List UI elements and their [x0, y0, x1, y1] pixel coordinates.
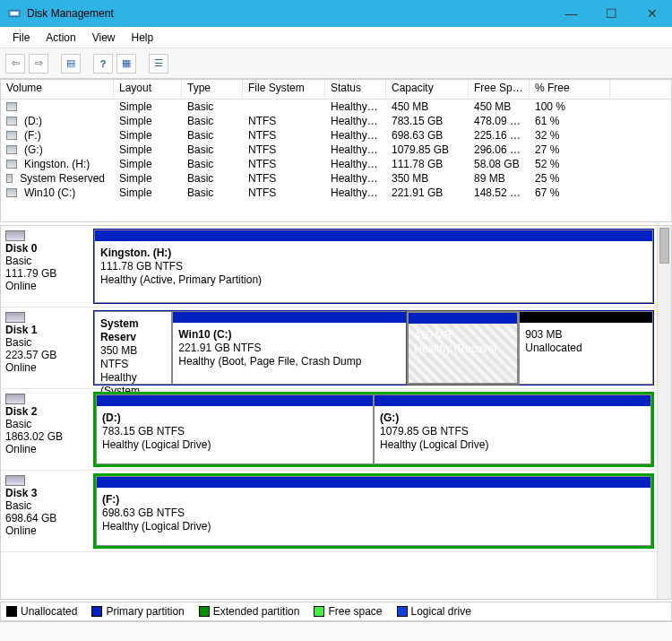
forward-button[interactable]	[29, 54, 48, 74]
legend-swatch-primary	[91, 606, 102, 617]
back-button[interactable]	[5, 54, 25, 74]
window-titlebar: Disk Management — ☐ ✕	[0, 0, 672, 27]
toolbar-list-icon[interactable]	[149, 54, 168, 74]
partition[interactable]: Win10 (C:)221.91 GB NTFSHealthy (Boot, P…	[172, 311, 407, 385]
partition[interactable]: Kingston. (H:)111.78 GB NTFSHealthy (Act…	[94, 230, 653, 303]
partition[interactable]: 450 MBHealthy (Recover	[407, 311, 519, 385]
volume-list[interactable]: Volume Layout Type File System Status Ca…	[0, 79, 672, 222]
close-button[interactable]: ✕	[632, 0, 672, 27]
partition[interactable]: System Reserv350 MB NTFSHealthy (System	[94, 311, 172, 385]
disk-graphic-pane[interactable]: Disk 0Basic111.79 GBOnlineKingston. (H:)…	[0, 225, 672, 600]
partition-cap	[409, 313, 517, 324]
volume-row[interactable]: Kingston. (H:)SimpleBasicNTFSHealthy (A.…	[1, 157, 671, 171]
disk-icon	[5, 312, 25, 323]
volume-row[interactable]: (F:)SimpleBasicNTFSHealthy (L...698.63 G…	[1, 128, 671, 143]
drive-icon	[6, 160, 17, 169]
col-pctfree[interactable]: % Free	[530, 80, 610, 99]
legend-swatch-extended	[199, 606, 210, 617]
disk-row: Disk 3Basic698.64 GBOnline(F:)698.63 GB …	[1, 471, 657, 552]
help-icon[interactable]	[93, 54, 113, 74]
partition-cap	[520, 312, 652, 323]
partition[interactable]: (F:)698.63 GB NTFSHealthy (Logical Drive…	[96, 476, 651, 546]
volume-row[interactable]: (G:)SimpleBasicNTFSHealthy (L...1079.85 …	[1, 143, 671, 157]
drive-icon	[6, 174, 13, 183]
col-layout[interactable]: Layout	[114, 80, 182, 99]
legend-unallocated: Unallocated	[21, 605, 77, 618]
disk-row: Disk 1Basic223.57 GBOnlineSystem Reserv3…	[1, 308, 657, 389]
drive-icon	[6, 145, 17, 154]
volume-list-body: SimpleBasicHealthy (R...450 MB450 MB100 …	[1, 100, 671, 200]
legend-freespace: Free space	[328, 605, 382, 618]
partition-cap	[97, 395, 373, 406]
menu-file[interactable]: File	[5, 30, 37, 46]
partition-cap	[173, 312, 406, 323]
legend-primary: Primary partition	[106, 605, 184, 618]
drive-icon	[6, 131, 17, 140]
partition[interactable]: (D:)783.15 GB NTFSHealthy (Logical Drive…	[96, 394, 374, 464]
volume-row[interactable]: Win10 (C:)SimpleBasicNTFSHealthy (B...22…	[1, 186, 671, 200]
col-freespace[interactable]: Free Spa...	[469, 80, 530, 99]
menu-action[interactable]: Action	[39, 30, 82, 46]
disk-icon	[5, 394, 25, 404]
toolbar-properties-icon[interactable]	[61, 54, 81, 74]
volume-row[interactable]: System ReservedSimpleBasicNTFSHealthy (S…	[1, 171, 671, 186]
partition-cap	[95, 230, 652, 241]
legend-logical: Logical drive	[411, 605, 471, 618]
status-bar	[0, 621, 672, 641]
svg-rect-1	[11, 12, 19, 15]
legend: Unallocated Primary partition Extended p…	[0, 602, 672, 621]
partition[interactable]: (G:)1079.85 GB NTFSHealthy (Logical Driv…	[374, 394, 651, 464]
col-filesystem[interactable]: File System	[243, 80, 325, 99]
col-volume[interactable]: Volume	[1, 80, 114, 99]
legend-extended: Extended partition	[213, 605, 300, 618]
disk-info: Disk 1Basic223.57 GBOnline	[4, 310, 90, 385]
window-title: Disk Management	[27, 7, 551, 20]
legend-swatch-freespace	[314, 606, 324, 617]
maximize-button[interactable]: ☐	[591, 0, 632, 27]
drive-icon	[6, 117, 17, 126]
partition[interactable]: 903 MBUnallocated	[519, 311, 653, 385]
col-type[interactable]: Type	[182, 80, 243, 99]
volume-list-header: Volume Layout Type File System Status Ca…	[1, 80, 671, 100]
partition-cap	[375, 395, 650, 406]
legend-swatch-unallocated	[6, 606, 17, 617]
legend-swatch-logical	[397, 606, 408, 617]
disk-row: Disk 2Basic1863.02 GBOnline(D:)783.15 GB…	[1, 389, 657, 471]
col-capacity[interactable]: Capacity	[386, 80, 469, 99]
partition-cap	[97, 477, 650, 488]
volume-row[interactable]: (D:)SimpleBasicNTFSHealthy (L...783.15 G…	[1, 114, 671, 128]
scrollbar-thumb[interactable]	[659, 228, 669, 264]
menu-bar: File Action View Help	[0, 27, 672, 48]
disk-icon	[5, 230, 25, 241]
disk-info: Disk 3Basic698.64 GBOnline	[4, 473, 90, 549]
app-icon	[7, 6, 22, 21]
menu-help[interactable]: Help	[125, 30, 161, 46]
toolbar	[0, 48, 672, 79]
vertical-scrollbar[interactable]	[657, 226, 671, 599]
disk-row: Disk 0Basic111.79 GBOnlineKingston. (H:)…	[1, 226, 657, 308]
volume-row[interactable]: SimpleBasicHealthy (R...450 MB450 MB100 …	[1, 100, 671, 114]
minimize-button[interactable]: —	[551, 0, 591, 27]
disk-info: Disk 2Basic1863.02 GBOnline	[4, 392, 90, 467]
disk-icon	[5, 475, 25, 486]
menu-view[interactable]: View	[85, 30, 123, 46]
drive-icon	[6, 102, 17, 111]
col-status[interactable]: Status	[325, 80, 386, 99]
drive-icon	[6, 188, 17, 197]
disk-info: Disk 0Basic111.79 GBOnline	[4, 229, 90, 304]
toolbar-view-icon[interactable]	[116, 54, 136, 74]
